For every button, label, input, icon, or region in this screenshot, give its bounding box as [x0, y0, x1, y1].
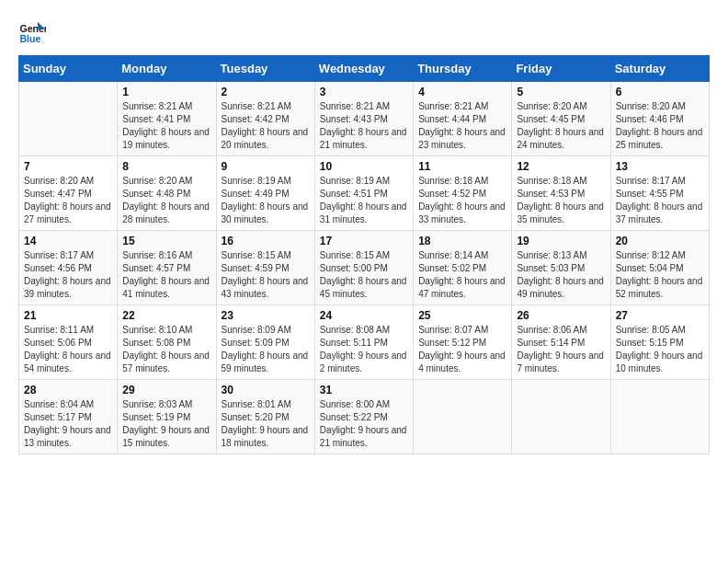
day-number: 24 [320, 309, 408, 322]
day-info: Sunrise: 8:20 AMSunset: 4:45 PMDaylight:… [517, 100, 605, 152]
calendar-cell: 24Sunrise: 8:08 AMSunset: 5:11 PMDayligh… [314, 305, 413, 380]
calendar-cell: 31Sunrise: 8:00 AMSunset: 5:22 PMDayligh… [314, 380, 413, 454]
day-info: Sunrise: 8:10 AMSunset: 5:08 PMDaylight:… [122, 324, 210, 375]
calendar-cell: 1Sunrise: 8:21 AMSunset: 4:41 PMDaylight… [118, 82, 216, 156]
day-info: Sunrise: 8:04 AMSunset: 5:17 PMDaylight:… [24, 398, 112, 450]
weekday-header-friday: Friday [512, 56, 610, 82]
weekday-header-thursday: Thursday [414, 56, 512, 82]
day-info: Sunrise: 8:00 AMSunset: 5:22 PMDaylight:… [320, 398, 408, 450]
calendar-cell: 26Sunrise: 8:06 AMSunset: 5:14 PMDayligh… [512, 305, 610, 380]
day-number: 29 [122, 384, 210, 396]
page-header: General Blue [18, 18, 710, 46]
day-info: Sunrise: 8:21 AMSunset: 4:44 PMDaylight:… [418, 100, 506, 152]
day-info: Sunrise: 8:14 AMSunset: 5:02 PMDaylight:… [418, 249, 506, 301]
day-info: Sunrise: 8:17 AMSunset: 4:56 PMDaylight:… [24, 249, 112, 301]
weekday-header-sunday: Sunday [19, 56, 118, 82]
day-number: 11 [418, 160, 506, 173]
week-row-4: 21Sunrise: 8:11 AMSunset: 5:06 PMDayligh… [19, 305, 710, 380]
calendar-cell: 16Sunrise: 8:15 AMSunset: 4:59 PMDayligh… [216, 231, 314, 305]
day-info: Sunrise: 8:21 AMSunset: 4:42 PMDaylight:… [222, 100, 310, 152]
day-info: Sunrise: 8:21 AMSunset: 4:41 PMDaylight:… [122, 100, 210, 152]
calendar-cell: 20Sunrise: 8:12 AMSunset: 5:04 PMDayligh… [610, 231, 709, 305]
day-info: Sunrise: 8:13 AMSunset: 5:03 PMDaylight:… [517, 249, 605, 301]
calendar-cell: 7Sunrise: 8:20 AMSunset: 4:47 PMDaylight… [19, 156, 118, 231]
calendar-cell: 11Sunrise: 8:18 AMSunset: 4:52 PMDayligh… [414, 156, 512, 231]
day-number: 12 [517, 160, 605, 173]
day-info: Sunrise: 8:18 AMSunset: 4:53 PMDaylight:… [517, 175, 605, 226]
day-info: Sunrise: 8:12 AMSunset: 5:04 PMDaylight:… [616, 249, 704, 301]
day-number: 27 [616, 309, 704, 322]
day-number: 3 [320, 86, 408, 98]
calendar-table: SundayMondayTuesdayWednesdayThursdayFrid… [18, 55, 710, 454]
day-info: Sunrise: 8:20 AMSunset: 4:46 PMDaylight:… [616, 100, 704, 152]
day-number: 21 [24, 309, 112, 322]
day-number: 18 [418, 235, 506, 247]
day-number: 10 [320, 160, 408, 173]
day-number: 20 [616, 235, 704, 247]
calendar-cell: 25Sunrise: 8:07 AMSunset: 5:12 PMDayligh… [414, 305, 512, 380]
week-row-1: 1Sunrise: 8:21 AMSunset: 4:41 PMDaylight… [19, 82, 710, 156]
calendar-cell: 5Sunrise: 8:20 AMSunset: 4:45 PMDaylight… [512, 82, 610, 156]
day-number: 16 [222, 235, 310, 247]
calendar-cell: 2Sunrise: 8:21 AMSunset: 4:42 PMDaylight… [216, 82, 314, 156]
calendar-cell: 6Sunrise: 8:20 AMSunset: 4:46 PMDaylight… [610, 82, 709, 156]
day-info: Sunrise: 8:20 AMSunset: 4:48 PMDaylight:… [122, 175, 210, 226]
calendar-cell: 27Sunrise: 8:05 AMSunset: 5:15 PMDayligh… [610, 305, 709, 380]
day-info: Sunrise: 8:19 AMSunset: 4:49 PMDaylight:… [222, 175, 310, 226]
svg-text:Blue: Blue [20, 33, 41, 44]
calendar-cell: 29Sunrise: 8:03 AMSunset: 5:19 PMDayligh… [118, 380, 216, 454]
day-info: Sunrise: 8:09 AMSunset: 5:09 PMDaylight:… [222, 324, 310, 375]
calendar-cell [19, 82, 118, 156]
calendar-cell [414, 380, 512, 454]
day-info: Sunrise: 8:07 AMSunset: 5:12 PMDaylight:… [418, 324, 506, 375]
day-info: Sunrise: 8:03 AMSunset: 5:19 PMDaylight:… [122, 398, 210, 450]
weekday-header-tuesday: Tuesday [216, 56, 314, 82]
day-number: 7 [24, 160, 112, 173]
calendar-cell: 10Sunrise: 8:19 AMSunset: 4:51 PMDayligh… [314, 156, 413, 231]
day-number: 28 [24, 384, 112, 396]
day-info: Sunrise: 8:21 AMSunset: 4:43 PMDaylight:… [320, 100, 408, 152]
calendar-cell: 22Sunrise: 8:10 AMSunset: 5:08 PMDayligh… [118, 305, 216, 380]
calendar-cell: 12Sunrise: 8:18 AMSunset: 4:53 PMDayligh… [512, 156, 610, 231]
day-number: 22 [122, 309, 210, 322]
day-number: 2 [222, 86, 310, 98]
day-number: 17 [320, 235, 408, 247]
day-number: 15 [122, 235, 210, 247]
day-number: 8 [122, 160, 210, 173]
day-number: 4 [418, 86, 506, 98]
day-number: 6 [616, 86, 704, 98]
weekday-header-monday: Monday [118, 56, 216, 82]
day-info: Sunrise: 8:16 AMSunset: 4:57 PMDaylight:… [122, 249, 210, 301]
calendar-cell: 18Sunrise: 8:14 AMSunset: 5:02 PMDayligh… [414, 231, 512, 305]
calendar-cell: 4Sunrise: 8:21 AMSunset: 4:44 PMDaylight… [414, 82, 512, 156]
calendar-cell: 8Sunrise: 8:20 AMSunset: 4:48 PMDaylight… [118, 156, 216, 231]
day-number: 25 [418, 309, 506, 322]
calendar-cell: 9Sunrise: 8:19 AMSunset: 4:49 PMDaylight… [216, 156, 314, 231]
day-info: Sunrise: 8:05 AMSunset: 5:15 PMDaylight:… [616, 324, 704, 375]
weekday-header-wednesday: Wednesday [314, 56, 413, 82]
weekday-header-row: SundayMondayTuesdayWednesdayThursdayFrid… [19, 56, 710, 82]
calendar-cell: 17Sunrise: 8:15 AMSunset: 5:00 PMDayligh… [314, 231, 413, 305]
day-number: 31 [320, 384, 408, 396]
day-info: Sunrise: 8:11 AMSunset: 5:06 PMDaylight:… [24, 324, 112, 375]
calendar-cell: 19Sunrise: 8:13 AMSunset: 5:03 PMDayligh… [512, 231, 610, 305]
day-info: Sunrise: 8:19 AMSunset: 4:51 PMDaylight:… [320, 175, 408, 226]
logo: General Blue [18, 18, 46, 46]
calendar-cell: 3Sunrise: 8:21 AMSunset: 4:43 PMDaylight… [314, 82, 413, 156]
day-info: Sunrise: 8:17 AMSunset: 4:55 PMDaylight:… [616, 175, 704, 226]
day-info: Sunrise: 8:15 AMSunset: 5:00 PMDaylight:… [320, 249, 408, 301]
day-number: 26 [517, 309, 605, 322]
day-number: 23 [222, 309, 310, 322]
calendar-cell: 23Sunrise: 8:09 AMSunset: 5:09 PMDayligh… [216, 305, 314, 380]
day-info: Sunrise: 8:15 AMSunset: 4:59 PMDaylight:… [222, 249, 310, 301]
day-number: 30 [222, 384, 310, 396]
week-row-2: 7Sunrise: 8:20 AMSunset: 4:47 PMDaylight… [19, 156, 710, 231]
week-row-5: 28Sunrise: 8:04 AMSunset: 5:17 PMDayligh… [19, 380, 710, 454]
day-number: 5 [517, 86, 605, 98]
week-row-3: 14Sunrise: 8:17 AMSunset: 4:56 PMDayligh… [19, 231, 710, 305]
day-info: Sunrise: 8:20 AMSunset: 4:47 PMDaylight:… [24, 175, 112, 226]
day-info: Sunrise: 8:18 AMSunset: 4:52 PMDaylight:… [418, 175, 506, 226]
day-number: 9 [222, 160, 310, 173]
weekday-header-saturday: Saturday [610, 56, 709, 82]
calendar-cell: 15Sunrise: 8:16 AMSunset: 4:57 PMDayligh… [118, 231, 216, 305]
